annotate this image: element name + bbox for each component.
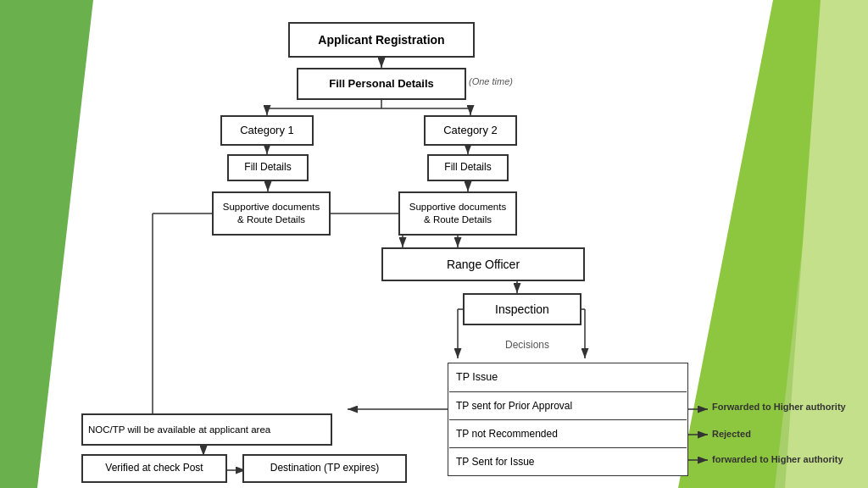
divider2 xyxy=(449,419,687,420)
fill-personal-details-box: Fill Personal Details xyxy=(297,68,466,100)
tp-prior-row: TP sent for Prior Approval xyxy=(449,393,687,419)
fill-details2-box: Fill Details xyxy=(427,154,509,181)
category1-box: Category 1 xyxy=(220,115,314,146)
forwarded-higher-label-2: forwarded to Higher authority xyxy=(712,454,843,464)
decisions-label: Decisions xyxy=(505,339,549,351)
tp-not-rec-row: TP not Recommended xyxy=(449,421,687,446)
one-time-label: (One time) xyxy=(469,76,513,86)
flowchart-diagram: Applicant Registration Fill Personal Det… xyxy=(68,7,805,481)
supportive-docs2-box: Supportive documents& Route Details xyxy=(398,191,517,236)
noc-tp-box: NOC/TP will be available at applicant ar… xyxy=(81,413,332,446)
range-officer-box: Range Officer xyxy=(381,247,585,281)
verified-box: Verified at check Post xyxy=(81,454,227,483)
category2-box: Category 2 xyxy=(424,115,517,146)
tp-issue-row: TP Issue xyxy=(449,364,687,390)
fill-details1-box: Fill Details xyxy=(227,154,309,181)
applicant-registration-box: Applicant Registration xyxy=(288,22,475,58)
inspection-box: Inspection xyxy=(463,293,581,325)
divider3 xyxy=(449,447,687,448)
supportive-docs1-box: Supportive documents& Route Details xyxy=(212,191,331,236)
divider1 xyxy=(449,391,687,392)
tp-sent-issue-row: TP Sent for Issue xyxy=(449,449,687,474)
forwarded-higher-label-1: Forwarded to Higher authority xyxy=(712,402,846,412)
destination-box: Destination (TP expires) xyxy=(242,454,407,483)
rejected-label: Rejected xyxy=(712,429,751,439)
